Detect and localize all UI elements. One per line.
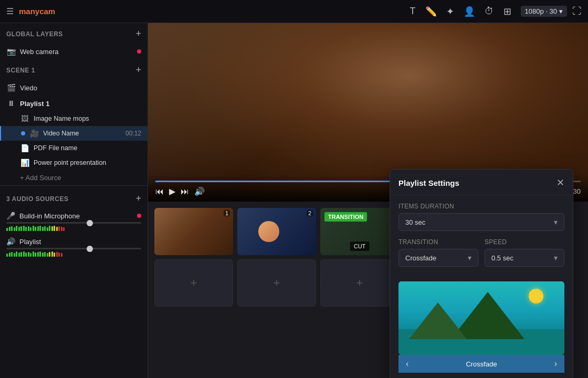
image-icon: 🖼	[20, 114, 29, 123]
ppt-icon: 📊	[20, 159, 29, 167]
add-icon-4: +	[191, 276, 197, 290]
playlist-slider[interactable]	[6, 248, 141, 249]
face-tool-icon[interactable]: 👤	[464, 6, 475, 17]
transition-field-label: Transition	[398, 238, 478, 246]
app-logo: manycam	[19, 7, 55, 16]
preview-prev-button[interactable]: ‹	[406, 359, 408, 369]
transition-dropdown[interactable]: Crossfade ▾	[398, 249, 478, 267]
playlist-icon: ⏸	[6, 99, 16, 108]
sidebar-item-playlist[interactable]: ⏸ Playlist 1	[0, 96, 148, 111]
fullscreen-icon[interactable]: ⛶	[572, 6, 582, 17]
scene1-title: Scene 1	[6, 67, 35, 74]
sidebar-item-ppt[interactable]: 📊 Power point presentation	[0, 155, 148, 170]
thumbnail-empty-4[interactable]: +	[154, 259, 233, 307]
quality-label: 1080p · 30	[525, 7, 557, 15]
playlist-level-bars	[6, 251, 141, 257]
transition-col: Transition Crossfade ▾	[398, 238, 478, 274]
sidebar: Global Layers + 📷 Web camera Scene 1 + 🎬…	[0, 23, 148, 378]
webcam-label: Web camera	[20, 48, 133, 56]
playlist-settings-modal: Playlist Settings ✕ Items Duration 30 se…	[390, 169, 573, 378]
rewind-button[interactable]: ⏮	[155, 187, 164, 196]
thumbnail-empty-5[interactable]: +	[237, 259, 316, 307]
pdf-label: PDF File name	[34, 144, 77, 152]
preview-nav-row: ‹ Crossfade ›	[398, 355, 564, 373]
sidebar-item-video-name[interactable]: 🎥 Video Name 00:12	[0, 126, 148, 141]
add-scene-button[interactable]: +	[135, 65, 141, 76]
global-layers-title: Global Layers	[6, 30, 63, 38]
playlist-audio-label: Playlist	[19, 238, 141, 246]
audio-title: 3 Audio Sources	[6, 195, 68, 203]
draw-tool-icon[interactable]: ✏️	[425, 6, 437, 17]
viedo-label: Viedo	[20, 84, 141, 92]
transition-preview	[398, 281, 564, 355]
modal-close-button[interactable]: ✕	[556, 177, 564, 188]
speed-col: Speed 0.5 sec ▾	[485, 238, 564, 274]
duration-chevron-icon: ▾	[554, 218, 558, 226]
sidebar-item-pdf[interactable]: 📄 PDF File name	[0, 141, 148, 155]
video-file-icon: 🎥	[29, 129, 39, 138]
mic-slider[interactable]	[6, 222, 141, 224]
volume-button[interactable]: 🔊	[194, 186, 205, 196]
timer-tool-icon[interactable]: ⏱	[485, 6, 494, 17]
pdf-icon: 📄	[20, 144, 29, 152]
audio-item-microphone: 🎤 Build-in Microphone	[0, 208, 148, 234]
playlist-label: Playlist 1	[20, 100, 141, 108]
thumb-num-2: 2	[307, 210, 313, 216]
active-dot	[21, 131, 25, 135]
duration-value: 30 sec	[405, 218, 425, 226]
sidebar-item-viedo[interactable]: 🎬 Viedo	[0, 80, 148, 96]
transition-value: Crossfade	[405, 254, 436, 262]
webcam-icon: 📷	[6, 47, 16, 56]
transition-speed-row: Transition Crossfade ▾ Speed 0.5 sec ▾	[398, 238, 564, 274]
quality-chevron-icon: ▾	[559, 7, 563, 15]
add-audio-button[interactable]: +	[135, 193, 141, 204]
modal-header: Playlist Settings ✕	[390, 170, 573, 195]
play-button[interactable]: ▶	[169, 186, 175, 196]
mic-level-bars	[6, 226, 141, 231]
effects-tool-icon[interactable]: ✦	[446, 6, 454, 17]
person-avatar	[258, 221, 279, 242]
viedo-icon: 🎬	[6, 83, 16, 92]
transition-badge: TRANSITION	[324, 212, 367, 222]
thumbnail-2[interactable]: 2	[237, 208, 316, 255]
add-icon-5: +	[274, 276, 280, 290]
scene1-header: Scene 1 +	[0, 59, 148, 80]
image-name-label: Image Name mops	[34, 115, 89, 122]
thumbnail-3[interactable]: 3 TRANSITION CUT	[320, 208, 399, 255]
thumbnail-1[interactable]: 1	[154, 208, 233, 255]
add-global-layer-button[interactable]: +	[135, 28, 141, 39]
mountain-left	[409, 302, 467, 339]
preview-next-button[interactable]: ›	[554, 359, 557, 369]
preview-nav-label: Crossfade	[466, 360, 497, 368]
audio-section: 3 Audio Sources + 🎤 Build-in Microphone	[0, 185, 148, 260]
duration-field-label: Items Duration	[398, 203, 564, 210]
content-area: ⏮ ▶ ⏭ 🔊 00:20 / 00:30 1	[148, 23, 588, 378]
webcam-dot	[137, 49, 141, 54]
thumb-num-1: 1	[224, 210, 230, 216]
menu-icon[interactable]: ☰	[6, 6, 14, 16]
duration-dropdown[interactable]: 30 sec ▾	[398, 213, 564, 231]
ppt-label: Power point presentation	[34, 159, 106, 166]
audio-item-playlist: 🔊 Playlist	[0, 234, 148, 260]
add-source-button[interactable]: + Add Source	[0, 170, 148, 185]
speed-dropdown[interactable]: 0.5 sec ▾	[485, 249, 564, 267]
toolbar: T ✏️ ✦ 👤 ⏱ ⊞	[410, 6, 511, 17]
transition-chevron-icon: ▾	[468, 254, 471, 262]
audio-header: 3 Audio Sources +	[0, 188, 148, 208]
sidebar-item-image-name-mops[interactable]: 🖼 Image Name mops	[0, 111, 148, 126]
grid-tool-icon[interactable]: ⊞	[503, 6, 511, 17]
video-name-label: Video Name	[43, 130, 79, 137]
modal-title: Playlist Settings	[398, 178, 459, 187]
speed-value: 0.5 sec	[491, 254, 513, 262]
thumbnail-empty-6[interactable]: +	[320, 259, 399, 307]
video-time: 00:12	[125, 130, 141, 137]
mic-dot	[137, 214, 141, 218]
skip-forward-button[interactable]: ⏭	[181, 187, 189, 196]
quality-selector[interactable]: 1080p · 30 ▾	[521, 6, 567, 17]
mic-icon: 🎤	[6, 212, 15, 220]
speaker-icon: 🔊	[6, 237, 15, 246]
thumbnail-grid: 1 2 3 TRANSITION CUT + +	[154, 208, 399, 372]
text-tool-icon[interactable]: T	[410, 6, 416, 17]
sidebar-item-webcam[interactable]: 📷 Web camera	[0, 44, 148, 59]
preview-sun	[529, 289, 543, 303]
